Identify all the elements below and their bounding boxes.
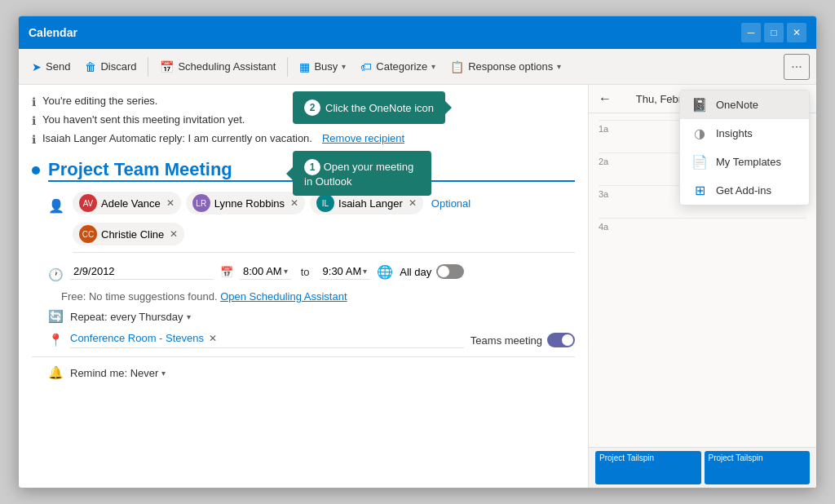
prev-arrow[interactable]: ← <box>599 91 612 106</box>
title-dot <box>32 166 40 175</box>
time-label-2a: 2a <box>599 153 618 166</box>
repeat-select[interactable]: Repeat: every Thursday ▾ <box>70 311 191 323</box>
menu-item-insights[interactable]: ◑ Insights <box>680 119 809 148</box>
more-options-button[interactable]: ··· <box>784 54 810 80</box>
date-input[interactable] <box>70 263 214 280</box>
send-icon: ➤ <box>32 60 42 73</box>
time-label-4a: 4a <box>599 219 618 232</box>
free-text: Free: No time suggestions found. <box>61 290 218 303</box>
time-label-1a: 1a <box>599 121 618 134</box>
time-label-3a: 3a <box>599 186 618 199</box>
scheduling-icon: 📅 <box>160 60 174 73</box>
attendees-container: AV Adele Vance ✕ LR Lynne Robbins ✕ IL I… <box>73 192 575 253</box>
remind-select[interactable]: Remind me: Never ▾ <box>70 367 166 379</box>
notif-text-1: You're editing the series. <box>42 95 157 107</box>
end-time-select[interactable]: 9:30 AM ▾ <box>320 263 371 280</box>
title-bar: Calendar ─ □ ✕ <box>19 16 816 49</box>
date-row: 🕐 📅 8:00 AM ▾ to 9:30 AM ▾ 🌐 All day <box>32 261 575 282</box>
repeat-icon: 🔄 <box>48 309 64 324</box>
menu-item-addins[interactable]: ⊞ Get Add-ins <box>680 176 809 205</box>
clock-icon: 🕐 <box>48 267 64 282</box>
app-title: Calendar <box>29 26 77 39</box>
window-controls: ─ □ ✕ <box>741 23 806 42</box>
remove-isaiah[interactable]: ✕ <box>409 197 417 209</box>
title-section: 1 Open your meeting in Outlook <box>32 159 575 182</box>
tooltip-onenote: 2 Click the OneNote icon <box>293 91 445 124</box>
addins-icon: ⊞ <box>691 183 708 198</box>
maximize-button[interactable]: □ <box>764 23 784 42</box>
tooltip-number-1: 1 <box>304 159 320 175</box>
response-options-button[interactable]: 📋 Response options ▾ <box>444 57 568 77</box>
avatar-lynne: LR <box>192 194 210 212</box>
categorize-chevron: ▾ <box>431 62 435 71</box>
start-time-select[interactable]: 8:00 AM ▾ <box>240 263 291 280</box>
start-time-value: 8:00 AM <box>243 265 282 277</box>
teams-toggle-thumb <box>562 334 573 346</box>
toolbar: ➤ Send 🗑 Discard 📅 Scheduling Assistant … <box>19 49 816 85</box>
attendees-icon: 👤 <box>48 198 64 214</box>
free-row: Free: No time suggestions found. Open Sc… <box>32 290 575 303</box>
discard-icon: 🗑 <box>85 60 96 73</box>
minimize-button[interactable]: ─ <box>741 23 761 42</box>
app-window: Calendar ─ □ ✕ ➤ Send 🗑 Discard 📅 Schedu… <box>18 15 817 489</box>
attendee-name-adele: Adele Vance <box>101 197 161 210</box>
remind-chevron: ▾ <box>161 369 166 378</box>
attendee-christie: CC Christie Cline ✕ <box>73 223 184 245</box>
teams-toggle[interactable] <box>547 333 575 347</box>
response-chevron: ▾ <box>557 62 561 71</box>
remove-christie[interactable]: ✕ <box>170 228 178 240</box>
remove-lynne[interactable]: ✕ <box>290 197 298 209</box>
repeat-chevron: ▾ <box>187 312 191 321</box>
location-remove-btn[interactable]: ✕ <box>209 333 217 344</box>
repeat-row: 🔄 Repeat: every Thursday ▾ <box>32 309 575 324</box>
repeat-value: Repeat: every Thursday <box>70 311 183 323</box>
scheduling-assistant-button[interactable]: 📅 Scheduling Assistant <box>153 57 282 77</box>
start-time-chevron: ▾ <box>284 267 288 276</box>
menu-item-templates[interactable]: 📄 My Templates <box>680 148 809 176</box>
menu-item-onenote-label: OneNote <box>716 99 758 111</box>
close-button[interactable]: ✕ <box>787 23 806 42</box>
calendar-icon[interactable]: 📅 <box>220 266 233 278</box>
attendee-adele: AV Adele Vance ✕ <box>73 192 181 214</box>
optional-button[interactable]: Optional <box>428 194 474 213</box>
time-slot-4a: 4a <box>599 218 806 250</box>
remind-icon: 🔔 <box>48 365 64 380</box>
discard-button[interactable]: 🗑 Discard <box>78 57 143 77</box>
busy-button[interactable]: ▦ Busy ▾ <box>293 57 352 77</box>
end-time-chevron: ▾ <box>363 267 367 276</box>
menu-item-insights-label: Insights <box>716 127 753 139</box>
bottom-events: Project Tailspin Project Tailspin <box>589 447 816 488</box>
attendee-lynne: LR Lynne Robbins ✕ <box>186 192 305 214</box>
busy-chevron: ▾ <box>342 62 346 71</box>
time-separator: to <box>298 266 313 278</box>
info-icon-2: ℹ <box>32 114 36 127</box>
event-2: Project Tailspin <box>705 451 811 484</box>
separator-2 <box>287 57 288 77</box>
timezone-icon[interactable]: 🌐 <box>377 264 393 280</box>
location-row: 📍 Conference Room - Stevens ✕ Teams meet… <box>32 332 575 357</box>
attendee-name-isaiah: Isaiah Langer <box>338 197 403 210</box>
attendee-name-lynne: Lynne Robbins <box>214 197 285 210</box>
categorize-button[interactable]: 🏷 Categorize ▾ <box>354 57 442 77</box>
open-scheduling-link[interactable]: Open Scheduling Assistant <box>220 290 347 303</box>
send-button[interactable]: ➤ Send <box>25 57 77 77</box>
allday-toggle[interactable] <box>436 264 464 279</box>
dropdown-menu-panel: 📓 OneNote ◑ Insights 📄 My Templates ⊞ Ge… <box>679 90 810 206</box>
info-icon-3: ℹ <box>32 133 36 146</box>
menu-item-onenote[interactable]: 📓 OneNote <box>680 91 809 119</box>
avatar-adele: AV <box>79 194 97 212</box>
attendee-name-christie: Christie Cline <box>101 228 164 241</box>
end-time-value: 9:30 AM <box>323 265 362 277</box>
remove-recipient-link[interactable]: Remove recipient <box>322 132 404 144</box>
avatar-isaiah: IL <box>316 194 334 212</box>
tooltip-text-1: Open your meeting in Outlook <box>304 161 413 188</box>
tooltip2-wrapper: 2 Click the OneNote icon <box>293 91 445 124</box>
remind-row: 🔔 Remind me: Never ▾ <box>32 365 575 380</box>
response-icon: 📋 <box>450 60 464 73</box>
teams-row: Teams meeting <box>471 333 575 347</box>
avatar-christie: CC <box>79 225 97 243</box>
more-area: ··· 📓 OneNote ◑ Insights 📄 My Templates <box>784 54 810 80</box>
attendees-row: 👤 AV Adele Vance ✕ LR Lynne Robbins ✕ IL <box>32 192 575 253</box>
remove-adele[interactable]: ✕ <box>166 197 175 209</box>
onenote-icon: 📓 <box>691 97 708 113</box>
